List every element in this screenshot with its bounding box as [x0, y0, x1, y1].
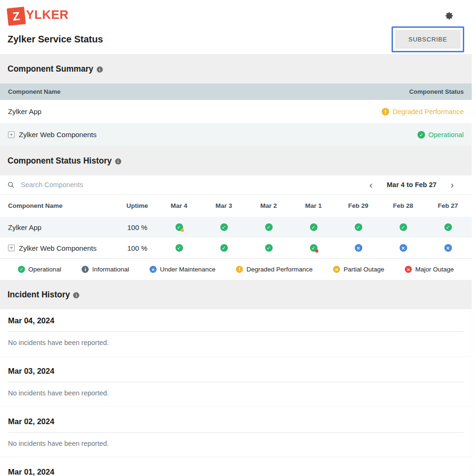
component-summary-header: Component Summary i — [0, 54, 472, 83]
incident-date: Mar 02, 2024 — [8, 417, 464, 432]
legend-label: Under Maintenance — [160, 266, 216, 273]
history-row: +Zylker Web Components100 %✓✓✓✓××× — [0, 238, 472, 258]
legend-label: Major Outage — [415, 266, 454, 273]
history-col-day: Mar 2 — [246, 202, 291, 209]
expand-icon[interactable]: + — [8, 131, 15, 138]
summary-row: Zylker App!Degraded Performance — [0, 100, 472, 123]
incident-day-card: Mar 01, 20248jan — [0, 460, 472, 476]
history-col-day: Feb 27 — [426, 202, 470, 209]
incident-day-card: Mar 04, 2024No incidents have been repor… — [0, 309, 472, 356]
logo-tile: Z — [7, 7, 26, 26]
operational-status-icon: ✓ — [355, 223, 362, 231]
day-status-cell[interactable]: × — [426, 244, 470, 252]
zylker-logo: Z YLKER — [8, 6, 69, 26]
info-icon[interactable]: i — [97, 66, 103, 73]
degraded-status-icon: ! — [382, 108, 389, 115]
info-icon[interactable]: i — [115, 158, 121, 164]
day-status-cell[interactable]: ✓ — [246, 223, 291, 231]
legend-label: Operational — [28, 266, 61, 273]
logo-text: YLKER — [26, 8, 69, 22]
history-col-name: Component Name — [0, 202, 118, 209]
legend-item: iInformational — [82, 266, 129, 273]
degraded-dot-icon — [181, 229, 184, 232]
component-name: Zylker App — [8, 107, 42, 115]
status-page: Z YLKER Zylker Service Status SUBSCRIBE … — [0, 0, 472, 476]
history-table-body: Zylker App100 %✓✓✓✓✓✓✓+Zylker Web Compon… — [0, 217, 472, 258]
expand-icon[interactable]: + — [8, 245, 15, 251]
logo-letter: Z — [12, 9, 20, 23]
legend-item: ×Major Outage — [405, 266, 454, 273]
incident-history-title: Incident History — [8, 290, 70, 300]
operational-status-icon: ✓ — [444, 223, 452, 231]
summary-table-body: Zylker App!Degraded Performance+Zylker W… — [0, 100, 472, 146]
incident-day-card: Mar 03, 2024No incidents have been repor… — [0, 360, 472, 406]
history-col-day: Feb 28 — [381, 202, 426, 209]
history-col-day: Feb 29 — [336, 202, 381, 209]
operational-status-icon: ✓ — [310, 223, 317, 231]
next-date-chevron-icon[interactable]: › — [449, 180, 456, 189]
component-name: Zylker Web Components — [19, 244, 97, 252]
day-status-cell[interactable]: × — [381, 244, 426, 252]
component-name: Zylker App — [8, 223, 42, 231]
incident-history-header: Incident History i — [0, 280, 472, 309]
summary-table-header: Component Name Component Status — [0, 83, 472, 100]
day-status-cell[interactable]: ✓ — [291, 244, 336, 252]
status-history-card: ‹ Mar 4 to Feb 27 › Component Name Uptim… — [0, 175, 472, 280]
prev-date-chevron-icon[interactable]: ‹ — [367, 180, 375, 189]
maintenance-status-icon: × — [355, 244, 362, 252]
operational-status-icon: ✓ — [265, 223, 273, 231]
search-icon — [8, 181, 15, 189]
subscribe-focus-ring: SUBSCRIBE — [392, 26, 464, 52]
day-status-cell[interactable]: ✓ — [291, 223, 336, 231]
partial-status-icon: × — [333, 266, 340, 273]
legend-item: !Degraded Performance — [236, 266, 312, 273]
operational-status-icon: ✓ — [265, 244, 273, 252]
day-status-cell[interactable]: × — [336, 244, 381, 252]
uptime-value: 100 % — [118, 244, 157, 252]
settings-gear-icon[interactable] — [445, 11, 454, 20]
incident-date: Mar 01, 2024 — [8, 468, 464, 476]
operational-status-icon: ✓ — [220, 223, 228, 231]
summary-col-name: Component Name — [8, 88, 60, 95]
history-col-uptime: Uptime — [118, 202, 157, 209]
history-toolbar: ‹ Mar 4 to Feb 27 › — [0, 175, 472, 195]
info-icon[interactable]: i — [73, 292, 79, 298]
degraded-status-icon: ! — [236, 266, 243, 273]
subscribe-button[interactable]: SUBSCRIBE — [395, 30, 460, 49]
legend-label: Informational — [92, 266, 129, 273]
date-range-label: Mar 4 to Feb 27 — [387, 181, 437, 189]
summary-row: +Zylker Web Components✓Operational — [0, 123, 472, 146]
day-status-cell[interactable]: ✓ — [157, 223, 201, 231]
history-table: Component Name Uptime Mar 4Mar 3Mar 2Mar… — [0, 195, 472, 258]
operational-status-icon: ✓ — [175, 244, 183, 252]
status-history-header: Component Status History i — [0, 146, 472, 175]
day-status-cell[interactable]: ✓ — [201, 244, 246, 252]
component-summary-title: Component Summary — [8, 64, 93, 74]
no-incident-text: No incidents have been reported. — [8, 440, 464, 447]
legend-item: ✓Operational — [18, 266, 61, 273]
no-incident-text: No incidents have been reported. — [8, 389, 464, 397]
date-navigator: ‹ Mar 4 to Feb 27 › — [367, 180, 472, 189]
legend-item: ×Under Maintenance — [150, 266, 216, 273]
maintenance-status-icon: × — [150, 266, 157, 273]
operational-status-icon: ✓ — [400, 223, 407, 231]
day-status-cell[interactable]: ✓ — [381, 223, 426, 231]
day-status-cell[interactable]: ✓ — [157, 244, 201, 252]
day-status-cell[interactable]: ✓ — [336, 223, 381, 231]
legend-item: ×Partial Outage — [333, 266, 384, 273]
summary-col-status: Component Status — [409, 88, 464, 95]
search-input[interactable] — [21, 181, 367, 189]
major-dot-icon — [315, 249, 318, 253]
status-legend: ✓OperationaliInformational×Under Mainten… — [0, 258, 472, 280]
maintenance-status-icon: × — [400, 244, 407, 252]
major-status-icon: × — [405, 266, 412, 273]
incident-card-list: Mar 04, 2024No incidents have been repor… — [0, 309, 472, 476]
day-status-cell[interactable]: ✓ — [246, 244, 291, 252]
day-status-cell[interactable]: ✓ — [201, 223, 246, 231]
operational-status-icon: ✓ — [175, 223, 183, 231]
history-col-day: Mar 3 — [201, 202, 246, 209]
history-col-day: Mar 4 — [157, 202, 201, 209]
history-row: Zylker App100 %✓✓✓✓✓✓✓ — [0, 217, 472, 238]
day-status-cell[interactable]: ✓ — [426, 223, 470, 231]
incident-date: Mar 03, 2024 — [8, 367, 464, 382]
